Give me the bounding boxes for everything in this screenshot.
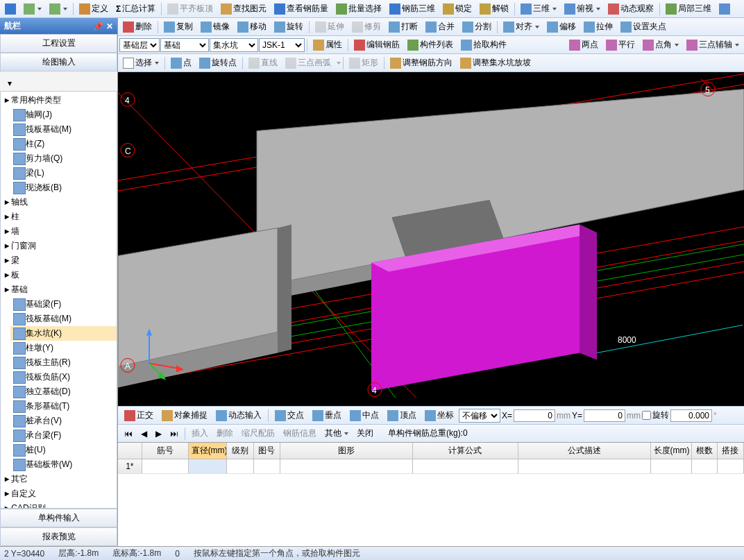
tree-category[interactable]: ▸ CAD识别 bbox=[1, 501, 117, 509]
grid-cell[interactable] bbox=[280, 459, 413, 473]
find-element-button[interactable]: 查找图元 bbox=[217, 1, 270, 17]
tree-item[interactable]: 承台梁(F) bbox=[10, 428, 117, 443]
snap-perp[interactable]: 垂点 bbox=[309, 407, 345, 423]
batch-select-button[interactable]: 批量选择 bbox=[332, 1, 385, 17]
grid-header[interactable]: 图形 bbox=[280, 443, 413, 459]
nav-next-icon[interactable]: ▶ bbox=[152, 427, 165, 441]
type-select[interactable]: 集水坑 bbox=[210, 38, 258, 52]
member-tree[interactable]: ▸ 常用构件类型 轴网(J)筏板基础(M)柱(Z)剪力墙(Q)梁(L)现浇板(B… bbox=[0, 91, 117, 509]
member-list-button[interactable]: 构件列表 bbox=[404, 37, 457, 53]
point-angle-button[interactable]: 点角 bbox=[639, 37, 682, 53]
tree-item[interactable]: 柱(Z) bbox=[10, 137, 117, 151]
offset-button[interactable]: 偏移 bbox=[543, 19, 580, 35]
rotate-point-button[interactable]: 旋转点 bbox=[196, 55, 240, 71]
grid-cell[interactable] bbox=[254, 459, 280, 473]
member-select[interactable]: JSK-1 bbox=[259, 38, 305, 52]
tree-item[interactable]: 筏板主筋(R) bbox=[10, 355, 117, 370]
tree-category[interactable]: ▸ 其它 bbox=[1, 472, 117, 486]
sum-calc-button[interactable]: Σ 汇总计算 bbox=[112, 1, 159, 17]
tree-item[interactable]: 现浇板(B) bbox=[10, 180, 117, 195]
tree-expand-icon[interactable]: ▾ bbox=[1, 77, 18, 90]
grid-header[interactable] bbox=[118, 443, 142, 459]
pin-icon[interactable]: 📌 bbox=[93, 22, 103, 31]
edit-rebar-button[interactable]: 编辑钢筋 bbox=[350, 37, 403, 53]
ortho-toggle[interactable]: 正交 bbox=[121, 407, 157, 423]
move-button[interactable]: 移动 bbox=[234, 19, 270, 35]
stretch-button[interactable]: 拉伸 bbox=[580, 19, 616, 35]
snap-cross[interactable]: 交点 bbox=[271, 407, 307, 423]
grid-cell[interactable] bbox=[413, 459, 519, 473]
tree-item[interactable]: 条形基础(T) bbox=[10, 399, 117, 414]
dyn-input-toggle[interactable]: 动态输入 bbox=[212, 407, 265, 423]
two-point-button[interactable]: 两点 bbox=[566, 37, 602, 53]
tree-item[interactable]: 桩(U) bbox=[10, 443, 117, 457]
category-select[interactable]: 基础 bbox=[160, 38, 209, 52]
grid-cell[interactable] bbox=[692, 459, 718, 473]
grid-cell[interactable] bbox=[651, 459, 692, 473]
tree-item[interactable]: 桩承台(V) bbox=[10, 414, 117, 428]
rebar-grid[interactable]: 筋号直径(mm)级别图号图形计算公式公式描述长度(mm)根数搭接 1* bbox=[118, 442, 744, 546]
grid-cell[interactable] bbox=[518, 459, 651, 473]
tree-category[interactable]: ▸ 板 bbox=[1, 268, 117, 282]
offset-mode-select[interactable]: 不偏移 bbox=[459, 409, 500, 423]
select-button[interactable]: 选择 bbox=[119, 55, 162, 71]
snap-vertex[interactable]: 顶点 bbox=[384, 407, 420, 423]
adjust-rebar-dir-button[interactable]: 调整钢筋方向 bbox=[387, 55, 456, 71]
tab-single-member[interactable]: 单构件输入 bbox=[0, 509, 117, 527]
close-rebar-button[interactable]: 关闭 bbox=[353, 425, 377, 441]
y-input[interactable] bbox=[584, 409, 625, 422]
point-button[interactable]: 点 bbox=[167, 55, 195, 71]
tree-item[interactable]: 独立基础(D) bbox=[10, 384, 117, 399]
tree-item[interactable]: 集水坑(K) bbox=[10, 326, 117, 341]
nav-last-icon[interactable]: ⏭ bbox=[167, 427, 182, 441]
close-icon[interactable]: ✕ bbox=[106, 22, 113, 31]
grid-header[interactable]: 直径(mm) bbox=[189, 443, 228, 459]
adjust-sump-slope-button[interactable]: 调整集水坑放坡 bbox=[457, 55, 534, 71]
tree-category[interactable]: ▸ 自定义 bbox=[1, 486, 117, 501]
lock-button[interactable]: 锁定 bbox=[439, 1, 475, 17]
split-button[interactable]: 分割 bbox=[459, 19, 495, 35]
break-button[interactable]: 打断 bbox=[385, 19, 421, 35]
tree-category[interactable]: ▸ 基础 bbox=[1, 282, 117, 297]
tree-category[interactable]: ▸ 墙 bbox=[1, 224, 117, 239]
tree-item[interactable]: 筏板基础(M) bbox=[10, 122, 117, 137]
grid-header[interactable]: 级别 bbox=[227, 443, 253, 459]
grid-header[interactable]: 搭接 bbox=[718, 443, 744, 459]
rotate-input[interactable] bbox=[670, 409, 712, 422]
nav-first-icon[interactable]: ⏮ bbox=[121, 427, 136, 441]
grid-header[interactable]: 筋号 bbox=[142, 443, 189, 459]
grid-cell[interactable] bbox=[142, 459, 189, 473]
merge-button[interactable]: 合并 bbox=[422, 19, 458, 35]
tab-project-settings[interactable]: 工程设置 bbox=[0, 34, 117, 53]
tree-item[interactable]: 剪力墙(Q) bbox=[10, 151, 117, 166]
grid-cell[interactable] bbox=[189, 459, 228, 473]
snap-mid[interactable]: 中点 bbox=[346, 407, 382, 423]
tree-item[interactable]: 筏板基础(M) bbox=[10, 312, 117, 326]
tree-category[interactable]: ▸ 轴线 bbox=[1, 195, 117, 210]
tree-item[interactable]: 基础板带(W) bbox=[10, 457, 117, 472]
grid-header[interactable]: 图号 bbox=[254, 443, 280, 459]
mirror-button[interactable]: 镜像 bbox=[197, 19, 233, 35]
dynamic-view-button[interactable]: 动态观察 bbox=[604, 1, 657, 17]
rebar-3d-button[interactable]: 钢筋三维 bbox=[386, 1, 439, 17]
undo-icon[interactable] bbox=[20, 1, 45, 17]
view-top-button[interactable]: 俯视 bbox=[561, 1, 604, 17]
pick-member-button[interactable]: 拾取构件 bbox=[457, 37, 510, 53]
save-icon[interactable] bbox=[1, 1, 19, 17]
grid-header[interactable]: 计算公式 bbox=[413, 443, 519, 459]
other-button[interactable]: 其他 bbox=[321, 425, 352, 441]
tree-category[interactable]: ▸ 门窗洞 bbox=[1, 239, 117, 253]
floor-select[interactable]: 基础层 bbox=[119, 38, 160, 52]
copy-button[interactable]: 复制 bbox=[160, 19, 196, 35]
local-3d-button[interactable]: 局部三维 bbox=[662, 1, 715, 17]
set-grip-button[interactable]: 设置夹点 bbox=[617, 19, 670, 35]
tab-draw-input[interactable]: 绘图输入 bbox=[0, 53, 117, 71]
tab-report-preview[interactable]: 报表预览 bbox=[0, 527, 117, 546]
tree-item[interactable]: 柱墩(Y) bbox=[10, 341, 117, 355]
grid-header[interactable]: 长度(mm) bbox=[651, 443, 692, 459]
snap-coord[interactable]: 坐标 bbox=[421, 407, 457, 423]
nav-prev-icon[interactable]: ◀ bbox=[137, 427, 151, 441]
osnap-toggle[interactable]: 对象捕捉 bbox=[158, 407, 211, 423]
rotate-button[interactable]: 旋转 bbox=[271, 19, 307, 35]
tree-item[interactable]: 基础梁(F) bbox=[10, 297, 117, 312]
